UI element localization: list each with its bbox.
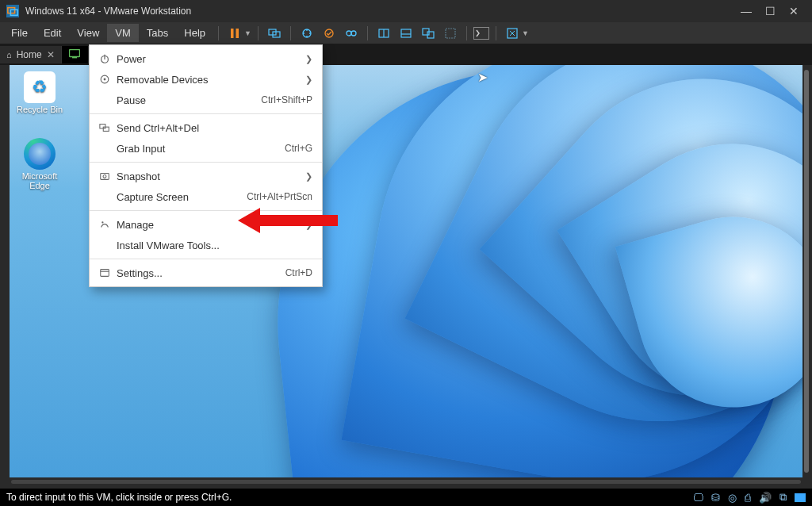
removable-icon (96, 74, 113, 85)
submenu-arrow-icon: ❯ (305, 54, 312, 64)
menu-vm[interactable]: VM (107, 24, 139, 42)
status-vm-indicator[interactable] (795, 493, 806, 502)
pause-icon[interactable] (225, 24, 244, 43)
manage-icon (96, 219, 113, 230)
status-tray: 🖵 ⛁ ◎ ⎙ 🔊 ⧉ (693, 491, 806, 504)
menu-power[interactable]: Power ❯ (90, 48, 322, 69)
settings-icon (96, 267, 113, 278)
status-sound-icon[interactable]: 🔊 (759, 492, 772, 504)
console-icon[interactable] (473, 27, 489, 40)
power-dropdown-caret[interactable]: ▼ (244, 29, 251, 37)
svg-point-23 (104, 79, 106, 81)
menu-label: Removable Devices (113, 74, 305, 86)
menu-shortcut: Ctrl+G (285, 143, 312, 154)
svg-rect-2 (231, 29, 234, 38)
status-disk-icon[interactable]: ⛁ (711, 492, 720, 504)
menu-label: Snapshot (113, 171, 305, 182)
menu-separator (90, 162, 322, 163)
fullscreen-dropdown-caret[interactable]: ▼ (522, 29, 529, 37)
menu-label: Install VMware Tools... (113, 240, 312, 251)
stretch-icon[interactable] (441, 24, 460, 43)
separator (367, 26, 368, 40)
svg-rect-29 (101, 270, 109, 277)
menu-shortcut: Ctrl+Shift+P (261, 94, 312, 105)
vm-tab-icon (69, 49, 80, 60)
fullscreen-icon[interactable] (503, 24, 522, 43)
menu-tabs[interactable]: Tabs (139, 24, 176, 42)
svg-point-28 (102, 221, 103, 223)
menu-file[interactable]: File (3, 24, 36, 42)
menu-removable-devices[interactable]: Removable Devices ❯ (90, 69, 322, 90)
send-cad-icon[interactable] (265, 24, 284, 43)
power-icon (96, 53, 113, 64)
vertical-scrollbar[interactable] (804, 70, 809, 473)
snapshot-manager-icon[interactable] (342, 24, 361, 43)
menu-edit[interactable]: Edit (36, 24, 69, 42)
menu-manage[interactable]: Manage ❯ (90, 214, 322, 235)
menu-snapshot[interactable]: Snapshot ❯ (90, 166, 322, 186)
window-minimize[interactable]: — (734, 5, 758, 17)
menu-view[interactable]: View (69, 24, 107, 42)
tab-close[interactable]: ✕ (47, 49, 55, 60)
menu-label: Settings... (113, 267, 285, 279)
desktop-icon-label: Microsoft Edge (14, 171, 65, 190)
menu-separator (90, 259, 322, 259)
tab-label: Home (17, 49, 42, 60)
svg-rect-18 (70, 50, 80, 57)
statusbar: To direct input to this VM, click inside… (0, 489, 812, 506)
snapshot-take-icon[interactable] (297, 24, 316, 43)
tab-vm[interactable] (62, 46, 89, 63)
unity-icon[interactable] (419, 24, 438, 43)
menu-label: Pause (113, 94, 261, 106)
separator (258, 26, 259, 40)
splitview-icon[interactable] (374, 24, 393, 43)
status-network-icon[interactable]: ⧉ (779, 491, 787, 504)
menu-shortcut: Ctrl+Alt+PrtScn (247, 191, 312, 202)
desktop-recycle-bin[interactable]: ♻ Recycle Bin (14, 71, 65, 114)
svg-rect-12 (401, 29, 411, 37)
menu-send-cad[interactable]: Send Ctrl+Alt+Del (90, 117, 322, 138)
recycle-bin-icon: ♻ (24, 71, 56, 103)
svg-point-7 (325, 29, 333, 37)
desktop-icon-label: Recycle Bin (14, 105, 65, 114)
svg-rect-3 (236, 29, 239, 38)
menu-capture-screen[interactable]: Capture Screen Ctrl+Alt+PrtScn (90, 186, 322, 207)
menubar: File Edit View VM Tabs Help ▼ ▼ (0, 22, 812, 44)
scrollbar-thumb[interactable] (804, 70, 809, 473)
snapshot-icon (96, 171, 113, 182)
window-title: Windows 11 x64 - VMware Workstation (25, 6, 734, 17)
menu-label: Send Ctrl+Alt+Del (113, 122, 312, 134)
svg-rect-25 (103, 127, 109, 131)
snapshot-revert-icon[interactable] (320, 24, 339, 43)
submenu-arrow-icon: ❯ (305, 75, 312, 85)
menu-shortcut: Ctrl+D (285, 267, 312, 278)
vm-dropdown-menu: Power ❯ Removable Devices ❯ Pause Ctrl+S… (89, 44, 323, 287)
titlebar: Windows 11 x64 - VMware Workstation — ☐ … (0, 0, 812, 22)
status-cd-icon[interactable]: ◎ (728, 492, 737, 504)
quickswitch-icon[interactable] (396, 24, 416, 43)
status-text: To direct input to this VM, click inside… (6, 492, 693, 503)
separator (290, 26, 291, 40)
svg-rect-1 (10, 10, 17, 15)
menu-install-vmware-tools[interactable]: Install VMware Tools... (90, 235, 322, 255)
horizontal-scrollbar[interactable] (11, 480, 801, 484)
menu-settings[interactable]: Settings... Ctrl+D (90, 263, 322, 283)
home-icon: ⌂ (6, 50, 12, 59)
svg-point-9 (351, 31, 356, 36)
status-display-icon[interactable]: 🖵 (693, 492, 703, 504)
status-print-icon[interactable]: ⎙ (745, 492, 751, 504)
vmware-app-icon (6, 5, 19, 17)
menu-help[interactable]: Help (176, 24, 213, 42)
desktop-edge[interactable]: Microsoft Edge (14, 138, 65, 190)
menu-pause[interactable]: Pause Ctrl+Shift+P (90, 90, 322, 110)
svg-rect-26 (101, 174, 109, 180)
menu-grab-input[interactable]: Grab Input Ctrl+G (90, 138, 322, 159)
separator (466, 26, 467, 40)
svg-rect-19 (72, 57, 77, 58)
tab-home[interactable]: ⌂ Home ✕ (0, 46, 62, 63)
window-maximize[interactable]: ☐ (758, 5, 782, 17)
menu-separator (90, 210, 322, 211)
svg-point-8 (347, 31, 351, 36)
mouse-cursor: ➤ (477, 70, 488, 86)
window-close[interactable]: ✕ (782, 5, 806, 17)
